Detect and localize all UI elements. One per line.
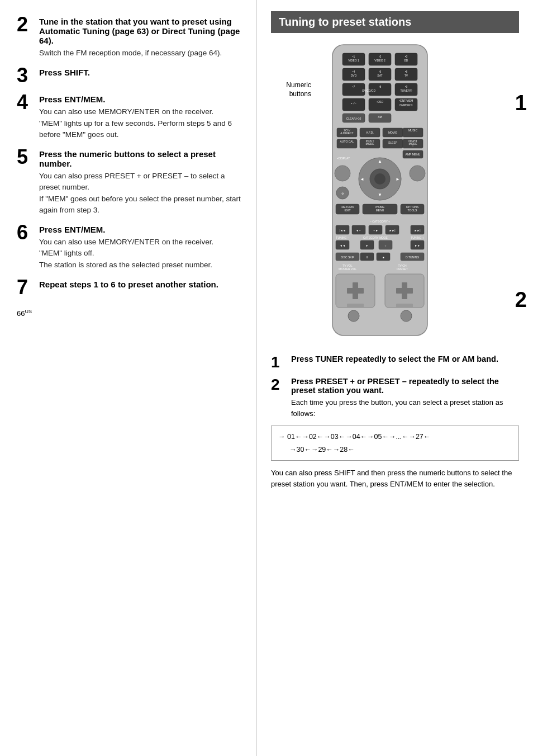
svg-text:AMP MENU: AMP MENU [406,153,421,156]
remote-container: Numericbuttons •1 VIDEO 1 •2 VIDEO 2 •3 … [271,42,519,346]
svg-rect-121 [396,288,413,294]
svg-text:TUNING –: TUNING – [336,236,349,239]
step-4-title: Press ENT/MEM. [39,94,242,104]
step-2-body: Switch the FM reception mode, if necessa… [39,48,242,59]
svg-point-63 [374,173,386,185]
svg-text:SLEEP: SLEEP [388,141,398,144]
step-3-content: Press SHIFT. [39,68,242,79]
step-7-number: 7 [17,277,39,297]
svg-text:XM: XM [378,115,382,119]
svg-text:A.DIRECT: A.DIRECT [340,131,353,135]
svg-text:►►: ►► [415,244,420,247]
svg-text:MUSIC: MUSIC [408,129,418,132]
svg-text:•3: •3 [405,55,408,58]
svg-text:•6: •6 [405,70,408,73]
svg-text:•2: •2 [379,55,382,58]
remote-label-area: Numericbuttons [271,42,316,346]
svg-text:BD: BD [404,59,408,62]
svg-text:•5: •5 [379,70,382,73]
right-step-1-title: Press TUNER repeatedly to select the FM … [291,355,519,363]
svg-text:EXIT: EXIT [344,209,350,212]
page-number: 66US [17,309,242,318]
numeric-buttons-label: Numericbuttons [271,81,316,98]
remote-svg-wrap: •1 VIDEO 1 •2 VIDEO 2 •3 BD •4 DVD •5 SA… [316,42,519,346]
right-step-2-extra: You can also press SHIFT and then press … [271,467,519,489]
step-6: 6 Press ENT/MEM. You can also use MEMORY… [17,225,242,271]
svg-text:SA-CD/CD: SA-CD/CD [362,89,376,92]
remote-svg: •1 VIDEO 1 •2 VIDEO 2 •3 BD •4 DVD •5 SA… [316,42,444,344]
svg-text:SAT: SAT [377,74,382,77]
svg-text:•1: •1 [353,55,355,58]
svg-text:•ENT/MEM: •ENT/MEM [399,99,413,102]
right-panel: Tuning to preset stations Numericbuttons… [257,0,533,756]
right-step-1-number: 1 [271,355,291,370]
svg-text:VIDEO 2: VIDEO 2 [374,59,386,62]
svg-text:→►: →► [373,229,378,232]
step-7-content: Repeat steps 1 to 6 to preset another st… [39,280,242,291]
svg-text:TOOLS: TOOLS [408,209,418,212]
callout-2: 2 [515,288,527,312]
step-4-content: Press ENT/MEM. You can also use MEMORY/E… [39,94,242,140]
svg-text:■: ■ [382,256,384,259]
right-step-2-body: Each time you press the button, you can … [291,397,519,419]
step-4-body: You can also use MEMORY/ENTER on the rec… [39,106,242,140]
callout-1: 1 [515,91,527,115]
svg-text:DMPOR™: DMPOR™ [399,103,413,107]
svg-text:•4: •4 [353,70,355,73]
svg-text:►►|: ►►| [389,229,395,232]
svg-text:►►|: ►►| [414,229,420,232]
svg-rect-119 [347,288,364,294]
step-5-content: Press the numeric buttons to select a pr… [39,149,242,216]
svg-text:MASTER VOL: MASTER VOL [339,267,356,271]
svg-text:TV: TV [404,74,408,77]
right-step-2: 2 Press PRESET + or PRESET – repeatedly … [271,377,519,419]
step-2: 2 Tune in the station that you want to p… [17,17,242,59]
step-2-content: Tune in the station that you want to pre… [39,17,242,59]
svg-point-68 [335,166,350,181]
svg-text:|◄◄: |◄◄ [339,229,345,232]
svg-text:◄←: ◄← [356,229,361,232]
arrow-line-2: →30←→29←→28← [278,443,512,456]
step-6-content: Press ENT/MEM. You can also use MEMORY/E… [39,225,242,271]
step-2-number: 2 [17,15,39,35]
svg-text:▲: ▲ [378,159,382,164]
svg-text:►: ► [396,177,400,182]
svg-text:AUTO CAL: AUTO CAL [340,140,354,143]
step-7-title: Repeat steps 1 to 6 to preset another st… [39,280,242,289]
svg-text:– CATEGORY +: – CATEGORY + [370,220,390,223]
arrow-diagram: → 01←→02←→03←→04←→05←→...←→27← →30←→29←→… [271,426,519,461]
svg-point-125 [401,310,412,322]
right-step-2-content: Press PRESET + or PRESET – repeatedly to… [291,377,519,419]
svg-text:▼: ▼ [378,192,382,197]
svg-text:MOVIE: MOVIE [388,131,398,134]
svg-text:•8: •8 [379,85,382,88]
step-6-number: 6 [17,223,39,243]
step-3-number: 3 [17,65,39,86]
svg-rect-122 [347,304,364,308]
svg-text:•9: •9 [405,85,408,88]
left-panel: 2 Tune in the station that you want to p… [0,0,257,756]
svg-text:TUNER®: TUNER® [401,89,412,92]
svg-text:CATEGORY MODE: CATEGORY MODE [363,236,388,239]
step-5-body: You can also press PRESET + or PRESET – … [39,171,242,216]
svg-text:PRESET: PRESET [397,267,408,271]
right-step-1-content: Press TUNER repeatedly to select the FM … [291,355,519,366]
arrow-line-1: → 01←→02←→03←→04←→05←→...←→27← [278,431,512,443]
step-7: 7 Repeat steps 1 to 6 to preset another … [17,280,242,297]
step-4: 4 Press ENT/MEM. You can also use MEMORY… [17,94,242,140]
step-3: 3 Press SHIFT. [17,68,242,86]
svg-text:MENU: MENU [376,209,384,212]
svg-text:◄◄: ◄◄ [340,244,345,247]
section-title: Tuning to preset stations [271,11,519,33]
svg-text:•0/10: •0/10 [377,100,383,103]
svg-rect-123 [396,304,413,308]
svg-point-69 [410,166,425,181]
svg-point-124 [348,310,359,322]
svg-text:VIDEO 1: VIDEO 1 [348,59,359,62]
svg-text:II: II [367,256,368,259]
svg-text:►: ► [366,244,369,247]
right-step-1: 1 Press TUNER repeatedly to select the F… [271,355,519,370]
svg-text:MODE: MODE [366,142,375,145]
svg-text:TUNING +: TUNING + [411,236,424,239]
svg-text:•7: •7 [353,85,355,88]
